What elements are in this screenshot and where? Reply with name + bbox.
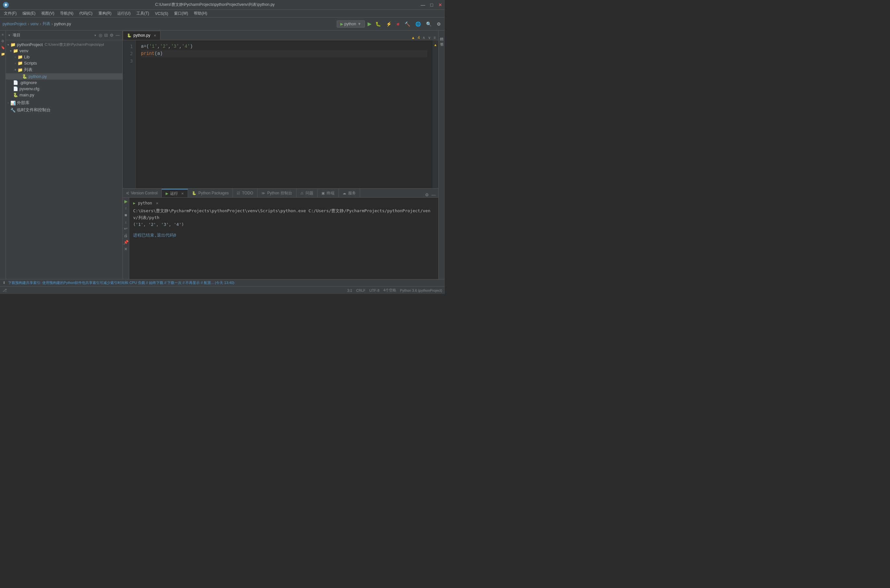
maximize-button[interactable]: □: [430, 2, 433, 8]
tree-arrow-scripts: ›: [13, 62, 18, 65]
tree-item-pythonpy[interactable]: 🐍 python.py: [6, 74, 122, 80]
menu-tools[interactable]: 工具(T): [134, 10, 152, 17]
toolbar: pythonProject › venv › 列表 › python.py ▶ …: [0, 18, 445, 30]
tree-item-scripts[interactable]: › 📁 Scripts: [6, 60, 122, 66]
wrap-run-button[interactable]: ↩: [124, 226, 128, 231]
tree-label-root: pythonProject: [17, 42, 43, 47]
run-button[interactable]: ▶: [368, 21, 371, 27]
bottom-tabs-right: ⚙ —: [360, 192, 438, 197]
tab-run[interactable]: ▶ 运行 ✕: [162, 189, 188, 197]
code-content[interactable]: a=('1','2','3','4') print(a): [136, 40, 433, 188]
activity-icon-1[interactable]: ≡: [0, 32, 6, 37]
panel-collapse-icon[interactable]: ⊟: [104, 33, 108, 38]
menu-refactor[interactable]: 重构(R): [96, 10, 114, 17]
activity-icon-4[interactable]: 📁: [0, 51, 6, 57]
build-button[interactable]: 🔨: [403, 21, 411, 27]
status-line-ending[interactable]: CRLF: [356, 288, 365, 292]
activity-icon-3[interactable]: 🔖: [0, 45, 6, 50]
services-icon: ☁: [343, 191, 346, 195]
tree-item-root[interactable]: ▾ 📁 pythonProject C:\Users\曹文静\PycharmPr…: [6, 42, 122, 48]
project-header-dropdown-icon: ▾: [8, 33, 10, 37]
run-config-selector[interactable]: ▶ python ▼: [337, 21, 365, 28]
run-tab-icon: ▶: [165, 192, 168, 196]
tree-item-venv[interactable]: ▾ 📁 venv: [6, 48, 122, 54]
tree-item-gitignore[interactable]: 📄 .gitignore: [6, 80, 122, 86]
run-with-coverage-button[interactable]: ⚡: [385, 21, 393, 27]
menu-code[interactable]: 代码(C): [77, 10, 95, 17]
print-run-button[interactable]: 🖨: [124, 233, 128, 238]
tab-close-run[interactable]: ✕: [181, 192, 184, 195]
menu-navigate[interactable]: 导航(N): [57, 10, 76, 17]
status-interpreter[interactable]: Python 3.6 (pythonProject): [400, 288, 442, 292]
title-center: C:\Users\曹文静\PycharmProjects\pythonProje…: [9, 2, 421, 8]
tab-problems[interactable]: ⚠ 问题: [296, 189, 317, 197]
panel-locate-icon[interactable]: ◎: [99, 33, 102, 38]
menu-view[interactable]: 视图(V): [39, 10, 57, 17]
menu-edit[interactable]: 编辑(E): [20, 10, 38, 17]
breadcrumb-file[interactable]: python.py: [54, 22, 71, 26]
tab-label-terminal: 终端: [327, 190, 334, 196]
translate-button[interactable]: 🌐: [414, 21, 422, 27]
menu-vcs[interactable]: VCS(S): [152, 11, 171, 16]
status-charset[interactable]: UTF-8: [369, 288, 379, 292]
tab-close-pythonpy[interactable]: ✕: [153, 34, 156, 38]
tree-label-scripts: Scripts: [24, 61, 37, 66]
bottom-content: ▶ ↑ ■ ↓ ↩ 🖨 📌 ✕ ▶ python ✕: [123, 198, 438, 279]
line-num-3: 3: [123, 57, 135, 64]
right-tab-structure[interactable]: 结构: [439, 32, 445, 37]
close-button[interactable]: ✕: [438, 2, 442, 8]
bottom-close-icon[interactable]: —: [431, 192, 436, 197]
tree-item-list-folder[interactable]: ▾ 📁 列表: [6, 66, 122, 74]
activity-icon-2[interactable]: ⚙: [0, 38, 6, 44]
right-tab-bookmarks[interactable]: 书签: [439, 37, 445, 42]
tree-arrow-ext: ›: [6, 101, 11, 105]
notification-text[interactable]: 下载预构建共享索引: 使用预构建的Python软件包共享索引可减少索引时间和 C…: [8, 280, 235, 285]
run-tab-x[interactable]: ✕: [156, 200, 158, 206]
minimize-button[interactable]: —: [421, 2, 425, 8]
tree-item-temp-files[interactable]: 🔧 临时文件和控制台: [6, 106, 122, 114]
status-position[interactable]: 3:1: [347, 288, 352, 292]
tab-services[interactable]: ☁ 服务: [339, 189, 360, 197]
tree-item-mainpy[interactable]: 🐍 main.py: [6, 92, 122, 98]
tab-python-packages[interactable]: 🐍 Python Packages: [188, 189, 233, 197]
status-vcs[interactable]: ⎇: [3, 288, 7, 292]
breadcrumb-venv[interactable]: venv: [30, 22, 38, 26]
stop-run-button[interactable]: ■: [125, 213, 127, 218]
recent-files-icon[interactable]: ≡: [433, 35, 436, 40]
search-everywhere-button[interactable]: 🔍: [425, 21, 433, 27]
scroll-up-run[interactable]: ↑: [125, 206, 127, 211]
title-left: [3, 2, 9, 8]
tab-version-control[interactable]: ⑆ Version Control: [123, 189, 162, 197]
tab-todo[interactable]: ☑ TODO: [233, 189, 257, 197]
pin-run-button[interactable]: 📌: [123, 240, 129, 244]
project-dropdown-arrow[interactable]: ▾: [95, 34, 96, 37]
settings-button[interactable]: ⚙: [435, 21, 442, 27]
status-indent[interactable]: 4个空格: [383, 288, 396, 293]
scroll-down-run[interactable]: ↓: [125, 219, 127, 224]
line-numbers: 1 2 3: [123, 40, 136, 188]
editor-tab-pythonpy[interactable]: 🐍 python.py ✕: [123, 31, 160, 40]
toolbar-right: ▶ python ▼ ▶ 🐛 ⚡ ■ 🔨 🌐 🔍 ⚙: [337, 21, 442, 28]
rerun-button[interactable]: ▶: [124, 199, 128, 204]
breadcrumb-folder[interactable]: 列表: [42, 21, 50, 27]
stop-button[interactable]: ■: [395, 21, 401, 27]
debug-button[interactable]: 🐛: [374, 21, 382, 27]
ext-libs-icon: 📊: [11, 100, 16, 105]
project-header: ▾ 项目 ▾ ◎ ⊟ ⚙ —: [6, 30, 122, 40]
tree-item-pyvenv[interactable]: 📄 pyvenv.cfg: [6, 86, 122, 92]
menu-file[interactable]: 文件(F): [1, 10, 19, 17]
panel-settings-icon[interactable]: ⚙: [110, 33, 114, 38]
menu-window[interactable]: 窗口(W): [171, 10, 191, 17]
panel-close-icon[interactable]: —: [116, 33, 120, 38]
tree-item-lib[interactable]: › 📁 Lib: [6, 54, 122, 60]
scroll-down-icon[interactable]: ∨: [428, 35, 431, 40]
bottom-settings-icon[interactable]: ⚙: [425, 192, 429, 197]
menu-run[interactable]: 运行(U): [114, 10, 133, 17]
tab-python-console[interactable]: ≫ Python 控制台: [257, 189, 296, 197]
tab-terminal[interactable]: ▣ 终端: [317, 189, 339, 197]
clear-run-button[interactable]: ✕: [124, 247, 128, 252]
breadcrumb-project[interactable]: pythonProject: [3, 22, 26, 26]
menu-help[interactable]: 帮助(H): [191, 10, 210, 17]
scroll-up-icon[interactable]: ∧: [422, 35, 425, 40]
tree-item-external-libs[interactable]: › 📊 外部库: [6, 99, 122, 106]
